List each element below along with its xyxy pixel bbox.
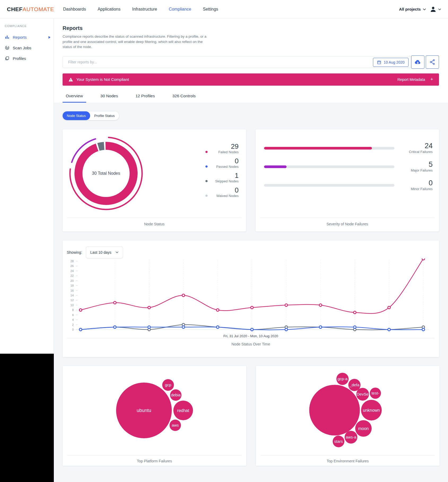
bubble-label: moon	[358, 426, 369, 431]
nav-item-compliance[interactable]: Compliance	[169, 7, 191, 12]
tab-30-nodes[interactable]: 30 Nodes	[97, 91, 121, 103]
node-status-legend: 29Failed Nodes0Passed Nodes1Skipped Node…	[205, 143, 239, 201]
svg-text:4: 4	[72, 318, 74, 321]
svg-text:26: 26	[71, 264, 74, 268]
bubble-label: DevSe	[357, 392, 368, 396]
report-metadata-label: Report Metadata	[397, 77, 425, 82]
top-platform-failures-card: ubuntugcpdebiaredhataws Top Platform Fai…	[63, 366, 246, 466]
severity-card: 24Critical Failures5Major Failures0Minor…	[256, 129, 439, 231]
page-description: Compliance reports describe the status o…	[63, 34, 213, 50]
toggle-node-status[interactable]: Node Status	[63, 111, 90, 120]
severity-value: 5	[429, 161, 433, 168]
severity-value: 24	[425, 142, 433, 150]
date-picker-button[interactable]: 10 Aug 2020	[373, 58, 409, 67]
nav-item-dashboards[interactable]: Dashboards	[63, 7, 86, 12]
bubble-gcp[interactable]: gcp	[162, 379, 174, 391]
legend-value: 1	[235, 172, 239, 179]
bubble-unknown[interactable]: unknown	[361, 400, 382, 420]
nav-item-settings[interactable]: Settings	[203, 7, 218, 12]
filter-reports-input[interactable]: Filter reports by... 10 Aug 2020	[63, 56, 411, 68]
severity-bar-track	[264, 165, 394, 168]
bubble-DevSe[interactable]: DevSe	[356, 388, 369, 401]
warning-icon	[68, 77, 73, 82]
sidebar-item-label: Profiles	[13, 56, 26, 61]
bubble-label: gcp-a	[337, 376, 348, 381]
legend-row-skipped-nodes: 1Skipped Nodes	[205, 172, 239, 183]
main-content: Reports Compliance reports describe the …	[54, 19, 448, 482]
sidebar-item-reports[interactable]: Reports	[5, 32, 54, 42]
node-status-card-title: Node Status	[67, 218, 241, 231]
node-status-over-time-card: Showing: Last 10 days 024681012141618202…	[63, 240, 439, 357]
svg-text:0: 0	[72, 328, 74, 331]
legend-dot-icon	[205, 165, 208, 168]
bubble-gcp-a[interactable]: gcp-a	[336, 373, 349, 385]
download-report-button[interactable]	[411, 55, 424, 69]
date-range-select[interactable]: Last 10 days	[86, 246, 123, 258]
projects-dropdown[interactable]: All projects	[399, 7, 426, 11]
sidebar-section-label: COMPLIANCE	[5, 24, 54, 28]
svg-text:12: 12	[71, 299, 74, 302]
caret-right-icon	[48, 35, 50, 40]
sidebar-item-profiles[interactable]: Profiles	[5, 53, 54, 64]
chevron-down-icon	[438, 8, 441, 10]
bubble-unlabeled[interactable]	[309, 385, 360, 435]
plus-icon: +	[430, 77, 433, 82]
svg-text:22: 22	[71, 274, 74, 277]
platform-failures-bubble-chart[interactable]: ubuntugcpdebiaredhataws	[63, 366, 246, 454]
platform-card-title: Top Platform Failures	[67, 455, 241, 467]
compliance-alert-banner: Your System is Not Compliant Report Meta…	[63, 73, 439, 86]
bubble-debia[interactable]: debia	[170, 389, 182, 401]
nav-item-infrastructure[interactable]: Infrastructure	[132, 7, 157, 12]
page-header-area: Reports Compliance reports describe the …	[54, 19, 448, 103]
node-status-card: 30 Total Nodes 29Failed Nodes0Passed Nod…	[63, 129, 246, 231]
nav-items: DashboardsApplicationsInfrastructureComp…	[63, 7, 218, 12]
logo-automate: AUTOMATE	[23, 6, 54, 12]
bubble-aws-a[interactable]: aws-a	[345, 431, 357, 444]
bubble-label: _defa	[349, 383, 359, 387]
bubble-label: unknown	[363, 408, 380, 412]
share-report-button[interactable]	[426, 55, 439, 69]
tab-12-profiles[interactable]: 12 Profiles	[132, 91, 158, 103]
showing-label: Showing:	[67, 250, 82, 255]
legend-value: 29	[231, 143, 239, 150]
node-status-line-chart[interactable]: 0246810121416182022242628	[63, 258, 438, 334]
page-title: Reports	[63, 25, 439, 31]
severity-value: 0	[429, 179, 433, 187]
environment-failures-bubble-chart[interactable]: gcp-a_defaDevSetest-unknownmoonaws-astar…	[256, 366, 440, 454]
calendar-icon	[377, 60, 381, 64]
radar-icon	[5, 45, 10, 50]
chef-automate-logo[interactable]: CHEFAUTOMATE	[7, 6, 54, 12]
bubble-stars[interactable]: stars	[333, 436, 344, 447]
banner-message: Your System is Not Compliant	[76, 77, 129, 82]
toggle-profile-status[interactable]: Profile Status	[90, 111, 119, 120]
report-tabs: Overview30 Nodes12 Profiles326 Controls	[63, 91, 439, 103]
severity-bar-track	[264, 147, 394, 150]
legend-label: Passed Nodes	[216, 165, 239, 169]
user-menu[interactable]	[430, 6, 441, 13]
sidebar-item-scan-jobs[interactable]: Scan Jobs	[5, 42, 54, 53]
bubble-ubuntu[interactable]: ubuntu	[116, 383, 172, 438]
severity-label: Major Failures	[411, 168, 433, 173]
nav-item-applications[interactable]: Applications	[98, 7, 120, 12]
cloud-download-icon	[414, 59, 421, 65]
bubble-label: debia	[171, 393, 181, 397]
sidebar-item-label: Reports	[13, 35, 27, 40]
node-status-donut-chart[interactable]	[69, 136, 143, 211]
projects-label: All projects	[399, 7, 421, 11]
bubble-aws[interactable]: aws	[170, 419, 181, 431]
severity-bar-fill	[264, 147, 372, 150]
legend-dot-icon	[205, 151, 208, 153]
legend-label: Skipped Nodes	[215, 179, 239, 183]
bubble-redhat[interactable]: redhat	[173, 401, 193, 420]
bubble-_defa[interactable]: _defa	[348, 379, 361, 391]
line-chart-card-title: Node Status Over Time	[67, 338, 434, 353]
chevron-down-icon	[116, 251, 118, 253]
report-metadata-toggle[interactable]: Report Metadata +	[397, 77, 433, 82]
bubble-moon[interactable]: moon	[355, 420, 372, 437]
bubble-test-[interactable]: test-	[370, 388, 381, 399]
tab-326-controls[interactable]: 326 Controls	[169, 91, 199, 103]
bubble-label: test-	[371, 391, 379, 395]
severity-row-minor-failures: 0Minor Failures	[264, 176, 433, 195]
tab-overview[interactable]: Overview	[63, 91, 86, 103]
svg-text:18: 18	[71, 284, 74, 287]
